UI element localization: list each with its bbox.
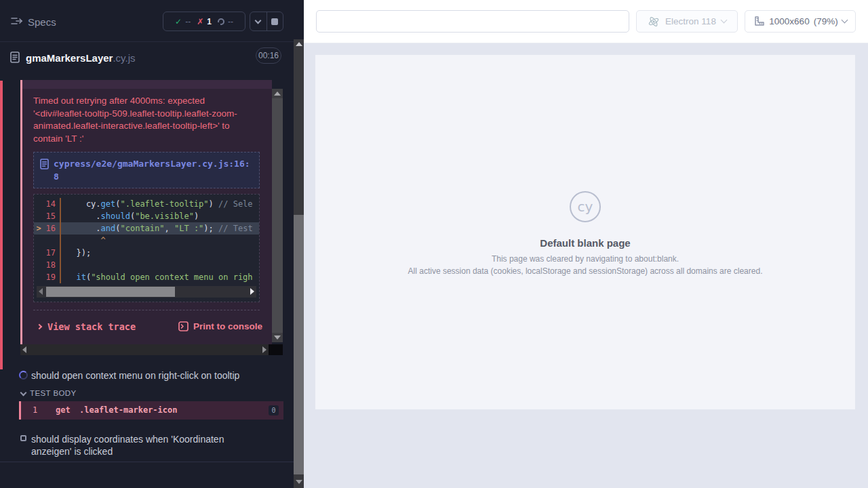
chevron-down-icon xyxy=(255,17,262,24)
scroll-down-button[interactable] xyxy=(272,333,283,342)
test-item-coordinates[interactable]: should display coordinates when 'Koordin… xyxy=(0,432,294,459)
error-footer: View stack trace Print to console xyxy=(22,319,272,339)
stop-icon xyxy=(271,18,278,25)
passed-check-icon: ✓ xyxy=(175,17,182,26)
stat-pending: -- xyxy=(218,17,233,26)
command-log-row[interactable]: 1 get .leaflet-marker-icon 0 xyxy=(19,401,283,420)
scroll-left-arrow-icon[interactable] xyxy=(22,346,26,353)
aut-region: Electron 118 1000x660 (79%) cy Default b… xyxy=(304,0,868,488)
pending-count: -- xyxy=(228,17,233,26)
print-to-console-button[interactable]: Print to console xyxy=(178,321,262,331)
blank-page-subtitle-1: This page was cleared by navigating to a… xyxy=(315,254,855,264)
scroll-thumb[interactable] xyxy=(294,215,304,474)
scroll-up-arrow-icon xyxy=(274,92,281,96)
error-message: Timed out retrying after 4000ms: expecte… xyxy=(33,95,256,145)
browser-name: Electron 118 xyxy=(665,16,716,26)
reporter-header: Specs ✓ -- ✗ 1 -- xyxy=(0,0,294,42)
error-file-link-text: cypress/e2e/gmaMarkersLayer.cy.js:16:8 xyxy=(54,157,253,183)
ruler-icon xyxy=(753,16,765,27)
failed-test-indicator-bar xyxy=(0,81,3,369)
blank-page-subtitle-2: All active session data (cookies, localS… xyxy=(315,266,855,276)
code-lines: 14 cy.get(".leaflet-tooltip") // Sele15 … xyxy=(34,195,259,283)
scroll-up-arrow-icon xyxy=(296,42,302,46)
collapse-all-button[interactable] xyxy=(250,12,267,30)
spec-name-ext: .cy.js xyxy=(113,52,135,64)
scrollbar-corner xyxy=(269,344,283,355)
test-running-spinner-icon xyxy=(19,371,28,380)
error-panel-header-band xyxy=(22,80,272,89)
viewport-size: 1000x660 xyxy=(769,16,809,26)
stat-passed: ✓ -- xyxy=(175,17,191,26)
cypress-logo: cy xyxy=(570,191,601,222)
command-number: 1 xyxy=(33,405,37,415)
chevron-down-icon xyxy=(20,390,27,396)
test-list-divider xyxy=(0,462,294,462)
test-body-section[interactable]: TEST BODY xyxy=(0,387,294,399)
print-to-console-label: Print to console xyxy=(193,321,262,331)
test-stats: ✓ -- ✗ 1 -- xyxy=(163,12,245,31)
spec-duration-badge: 00:16 xyxy=(256,47,281,64)
test-body-label: TEST BODY xyxy=(30,389,77,397)
specs-title: Specs xyxy=(28,16,56,28)
test-title: should open context menu on right-click … xyxy=(31,370,239,381)
pending-circle-icon xyxy=(218,18,224,25)
failed-count: 1 xyxy=(207,17,212,26)
error-code-frame: 14 cy.get(".leaflet-tooltip") // Sele15 … xyxy=(33,194,260,302)
scroll-right-arrow-icon[interactable] xyxy=(262,346,267,353)
view-stack-trace-button[interactable]: View stack trace xyxy=(37,321,136,332)
blank-page-content: cy Default blank page This page was clea… xyxy=(315,55,855,276)
failed-x-icon: ✗ xyxy=(197,17,203,26)
scroll-right-arrow-icon[interactable] xyxy=(250,288,254,295)
spec-name: gmaMarkersLayer.cy.js xyxy=(26,52,135,64)
test-queued-icon xyxy=(20,435,26,441)
chevron-down-icon xyxy=(720,17,727,24)
sidebar-scrollbar[interactable] xyxy=(294,39,304,488)
scroll-down-button[interactable] xyxy=(294,477,304,487)
viewport-zoom: (79%) xyxy=(814,16,838,26)
url-input[interactable] xyxy=(316,10,629,33)
stat-failed: ✗ 1 xyxy=(197,17,212,26)
view-stack-trace-label: View stack trace xyxy=(47,321,136,332)
chevron-right-icon xyxy=(37,324,42,329)
blank-page-title: Default blank page xyxy=(315,237,855,249)
aut-iframe: cy Default blank page This page was clea… xyxy=(315,55,855,409)
code-horizontal-scrollbar[interactable] xyxy=(37,286,256,298)
chevron-down-icon xyxy=(841,17,848,24)
electron-icon xyxy=(648,16,660,28)
scroll-up-button[interactable] xyxy=(272,89,283,98)
command-message: .leaflet-marker-icon xyxy=(79,405,178,415)
command-count-badge: 0 xyxy=(269,405,279,415)
viewport-size-dropdown[interactable]: 1000x660 (79%) xyxy=(745,10,856,33)
browser-select-dropdown[interactable]: Electron 118 xyxy=(636,10,738,33)
stop-run-button[interactable] xyxy=(267,12,283,30)
spec-file-icon xyxy=(10,52,20,66)
specs-menu-icon[interactable] xyxy=(10,16,23,29)
spec-row[interactable]: gmaMarkersLayer.cy.js 00:16 xyxy=(0,42,294,73)
error-horizontal-scrollbar[interactable] xyxy=(20,344,269,355)
test-item-context-menu[interactable]: should open context menu on right-click … xyxy=(0,368,294,383)
error-file-link[interactable]: cypress/e2e/gmaMarkersLayer.cy.js:16:8 xyxy=(33,152,260,188)
passed-count: -- xyxy=(185,17,191,26)
scroll-down-arrow-icon xyxy=(296,480,302,484)
test-title: should display coordinates when 'Koordin… xyxy=(31,433,256,458)
scroll-left-arrow-icon[interactable] xyxy=(39,288,43,295)
scroll-up-button[interactable] xyxy=(294,39,304,49)
scroll-down-arrow-icon xyxy=(274,336,281,340)
test-error-panel: Timed out retrying after 4000ms: expecte… xyxy=(20,80,272,344)
file-icon xyxy=(40,159,49,169)
browser-url-bar: Electron 118 1000x660 (79%) xyxy=(304,0,868,43)
spec-name-base: gmaMarkersLayer xyxy=(26,52,113,64)
command-name: get xyxy=(56,405,71,415)
error-footer-divider xyxy=(33,310,260,310)
console-icon xyxy=(178,321,189,331)
reporter-sidebar: Specs ✓ -- ✗ 1 -- gmaMarkersLayer.cy.js xyxy=(0,0,304,488)
scroll-thumb[interactable] xyxy=(46,287,175,297)
error-vertical-scrollbar[interactable] xyxy=(272,89,283,342)
run-controls xyxy=(250,12,283,31)
